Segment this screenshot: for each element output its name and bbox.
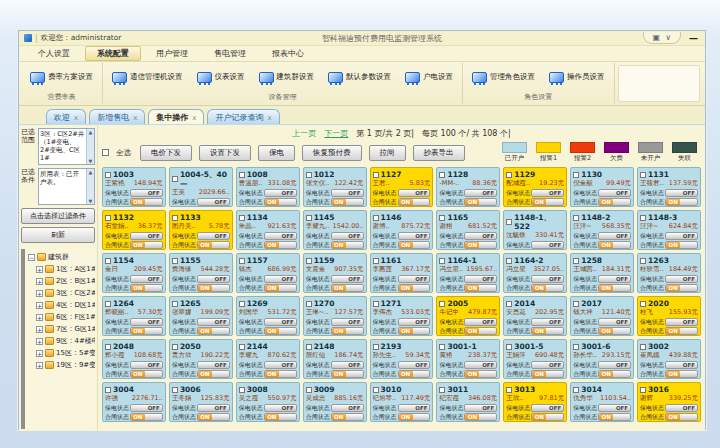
power-keep-toggle[interactable]: OFF [598, 361, 631, 369]
card-checkbox[interactable] [306, 172, 312, 178]
menu-item[interactable]: 个人设置 [27, 47, 81, 60]
switch-toggle[interactable]: ON [665, 327, 698, 335]
meter-card[interactable]: 2020 桂飞 155.93元 保电状态 OFF [637, 296, 701, 336]
meter-card[interactable]: 1161 李惠莲 367.17元 保电状态 OFF [370, 253, 434, 293]
card-checkbox[interactable] [640, 258, 646, 264]
tree-item[interactable]: + 19区：9#变电站（ [28, 359, 95, 371]
card-checkbox[interactable] [239, 172, 245, 178]
expand-icon[interactable]: + [36, 350, 43, 357]
ribbon-button[interactable]: 仪表设置 [194, 70, 248, 85]
meter-card[interactable]: 2193 孙先生.. 59.34元 保电状态 OFF [370, 339, 434, 379]
expand-icon[interactable]: + [36, 326, 43, 333]
power-keep-toggle[interactable]: OFF [398, 275, 431, 283]
card-checkbox[interactable] [573, 258, 579, 264]
power-keep-toggle[interactable]: OFF [531, 318, 564, 326]
power-keep-toggle[interactable]: OFF [665, 404, 698, 412]
card-checkbox[interactable] [373, 344, 379, 350]
switch-toggle[interactable]: ON [331, 413, 364, 421]
meter-card[interactable]: 1258 王城茜.. 184.31元 保电状态 OFF [570, 253, 634, 293]
card-checkbox[interactable] [306, 215, 312, 221]
power-keep-toggle[interactable]: OFF [130, 275, 163, 283]
power-keep-toggle[interactable]: OFF [331, 275, 364, 283]
switch-toggle[interactable]: ON [531, 327, 564, 335]
power-keep-toggle[interactable]: OFF [130, 404, 163, 412]
expand-icon[interactable]: + [36, 314, 43, 321]
switch-toggle[interactable]: ON [398, 370, 431, 378]
power-keep-toggle[interactable]: OFF [197, 198, 230, 206]
power-keep-toggle[interactable]: OFF [197, 275, 230, 283]
tree-root[interactable]: − 建筑群 [28, 251, 95, 263]
card-checkbox[interactable] [172, 215, 178, 221]
meter-card[interactable]: 1148-1、522 沈毓铁 330.41元 保电状态 OFF [503, 210, 567, 250]
card-checkbox[interactable] [373, 387, 379, 393]
card-checkbox[interactable] [105, 387, 111, 393]
document-tab[interactable]: 欢迎 x [46, 109, 86, 124]
document-tab[interactable]: 开户记录查询 x [207, 109, 279, 124]
toolbar-button[interactable]: 设置下发 [199, 145, 251, 161]
power-keep-toggle[interactable]: OFF [598, 318, 631, 326]
card-checkbox[interactable] [373, 258, 379, 264]
power-keep-toggle[interactable]: OFF [464, 318, 497, 326]
meter-card[interactable]: 3013 王欣.. 97.81元 保电状态 OFF [503, 382, 567, 422]
chevron-down-icon[interactable]: ∨ [665, 33, 671, 42]
tree-item[interactable]: + 7区：G区1#井 [28, 323, 95, 335]
card-checkbox[interactable] [239, 387, 245, 393]
expand-icon[interactable]: + [36, 278, 43, 285]
switch-toggle[interactable]: ON [264, 284, 297, 292]
ribbon-button[interactable]: 费率方案设置 [27, 70, 96, 85]
card-checkbox[interactable] [105, 344, 111, 350]
power-keep-toggle[interactable]: OFF [665, 361, 698, 369]
card-checkbox[interactable] [105, 258, 111, 264]
power-keep-toggle[interactable]: OFF [464, 404, 497, 412]
expand-icon[interactable]: + [36, 338, 43, 345]
meter-card[interactable]: 2148 殷红仙 186.74元 保电状态 OFF [303, 339, 367, 379]
power-keep-toggle[interactable]: OFF [665, 232, 698, 240]
meter-card[interactable]: 1157 钱杰 686.99元 保电状态 OFF [236, 253, 300, 293]
close-icon[interactable]: x [74, 114, 78, 122]
power-keep-toggle[interactable]: OFF [197, 318, 230, 326]
card-checkbox[interactable] [506, 172, 512, 178]
card-checkbox[interactable] [373, 215, 379, 221]
power-keep-toggle[interactable]: OFF [264, 404, 297, 412]
card-checkbox[interactable] [640, 301, 646, 307]
switch-toggle[interactable]: ON [598, 198, 631, 206]
meter-card[interactable]: 3001-1 黄艳 238.37元 保电状态 OFF [436, 339, 500, 379]
power-keep-toggle[interactable]: OFF [331, 404, 364, 412]
meter-card[interactable]: 3011 纪宏霞 346.08元 保电状态 OFF [436, 382, 500, 422]
switch-toggle[interactable]: ON [331, 198, 364, 206]
card-checkbox[interactable] [172, 176, 178, 182]
power-keep-toggle[interactable]: OFF [331, 318, 364, 326]
card-checkbox[interactable] [306, 344, 312, 350]
card-checkbox[interactable] [239, 344, 245, 350]
power-keep-toggle[interactable]: OFF [531, 241, 564, 249]
switch-toggle[interactable]: ON [598, 284, 631, 292]
card-checkbox[interactable] [640, 344, 646, 350]
meter-card[interactable]: 3004 许强 2276.71.. 保电状态 OFF [102, 382, 166, 422]
switch-toggle[interactable]: ON [398, 241, 431, 249]
expand-icon[interactable]: + [36, 266, 43, 273]
power-keep-toggle[interactable]: OFF [464, 232, 497, 240]
meter-card[interactable]: 1130 倪金献 99.49元 保电状态 OFF [570, 167, 634, 207]
meter-card[interactable]: 3009 吴成忠 885.16元 保电状态 OFF [303, 382, 367, 422]
card-checkbox[interactable] [439, 172, 445, 178]
ribbon-button[interactable]: 通信管理机设置 [109, 70, 186, 85]
power-keep-toggle[interactable]: OFF [398, 232, 431, 240]
power-keep-toggle[interactable]: OFF [665, 189, 698, 197]
switch-toggle[interactable]: ON [197, 370, 230, 378]
meter-card[interactable]: 3010 纪旭琴.. 117.49元 保电状态 OFF [370, 382, 434, 422]
selected-range-textarea[interactable]: 3区：C区2#井（1#变电、2#变电、C区1# ▲ ▼ [38, 128, 95, 165]
switch-toggle[interactable]: ON [531, 284, 564, 292]
switch-toggle[interactable]: ON [197, 413, 230, 421]
switch-toggle[interactable]: ON [331, 241, 364, 249]
meter-card[interactable]: 3016 谢辉 339.25元 保电状态 OFF [637, 382, 701, 422]
toolbar-button[interactable]: 拉闸 [369, 145, 406, 161]
switch-toggle[interactable]: ON [531, 370, 564, 378]
ribbon-button[interactable]: 默认参数设置 [325, 70, 394, 85]
switch-toggle[interactable]: ON [331, 370, 364, 378]
switch-toggle[interactable]: ON [130, 370, 163, 378]
tree-item[interactable]: + 15区：5#变站（3 [28, 347, 95, 359]
expand-icon[interactable]: + [36, 362, 43, 369]
selected-condition-textarea[interactable]: 所用表：已开户表。 ▲ ▼ [38, 168, 95, 205]
card-checkbox[interactable] [439, 215, 445, 221]
card-checkbox[interactable] [573, 215, 579, 221]
